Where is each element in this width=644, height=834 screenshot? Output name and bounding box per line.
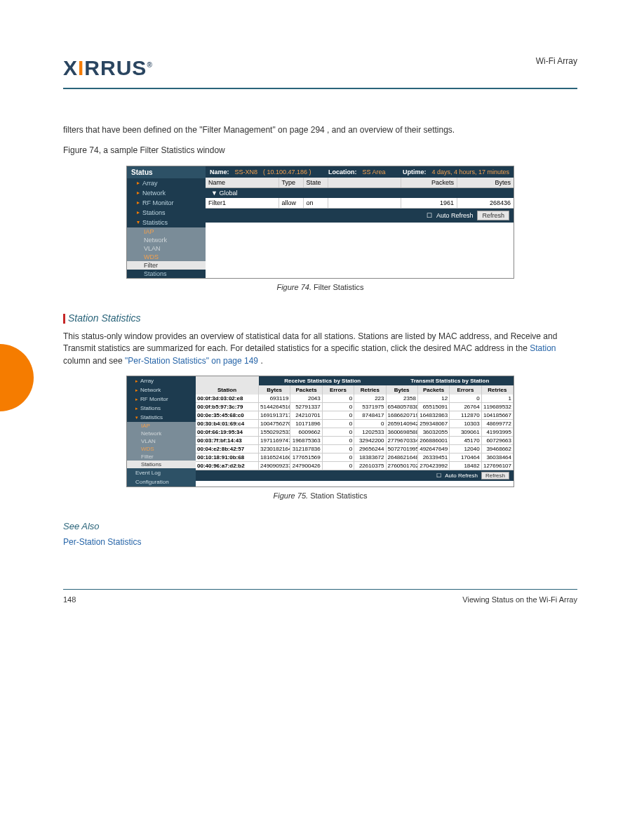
per-station-stats-link[interactable]: "Per-Station Statistics" on page 149 bbox=[125, 356, 258, 366]
sidebar: Status ▸Array ▸Network ▸RF Monitor ▸Stat… bbox=[127, 166, 206, 278]
sidebar-sub-wds[interactable]: WDS bbox=[127, 253, 206, 261]
cell: 48699772 bbox=[482, 420, 514, 428]
cell: 32942200 bbox=[354, 437, 386, 445]
cell-spacer bbox=[328, 198, 402, 208]
cell: 104185667 bbox=[482, 411, 514, 420]
location-label: Location: bbox=[328, 168, 357, 176]
uptime-value: 4 days, 4 hours, 17 minutes bbox=[431, 168, 509, 176]
chevron-icon: ▸ bbox=[135, 397, 138, 402]
group-global[interactable]: ▼ Global bbox=[206, 188, 514, 198]
station-mac-link[interactable]: 00:0f:3d:03:02:e8 bbox=[196, 395, 259, 403]
cell-state: on bbox=[304, 198, 328, 208]
cell: 36038464 bbox=[482, 454, 514, 462]
cell: 164832863 bbox=[418, 411, 450, 420]
logo-rest: RRUS bbox=[84, 56, 147, 79]
sidebar-sub-vlan[interactable]: VLAN bbox=[127, 437, 196, 445]
table-group-header: Receive Statistics by Station Transmit S… bbox=[196, 376, 514, 385]
sidebar: ▸Array ▸Network ▸RF Monitor ▸Stations ▾S… bbox=[127, 376, 196, 486]
sidebar-item-stations[interactable]: ▸Stations bbox=[127, 208, 206, 218]
cell: 197116974748 bbox=[259, 437, 290, 445]
logo: XIRRUS® bbox=[63, 56, 153, 79]
chevron-icon: ▸ bbox=[137, 190, 140, 196]
sidebar-sub-network[interactable]: Network bbox=[127, 236, 206, 244]
cell: 10171896 bbox=[290, 420, 322, 428]
sidebar-item-statistics[interactable]: ▾Statistics bbox=[127, 413, 196, 422]
cell: 36006985880 bbox=[387, 428, 418, 437]
station-statistics-heading: Station Statistics bbox=[63, 312, 577, 324]
sidebar-item-array[interactable]: ▸Array bbox=[127, 376, 196, 385]
station-mac-link[interactable]: 00:30:b4:01:69:c4 bbox=[196, 420, 259, 428]
cell: 270423992 bbox=[418, 462, 450, 470]
sidebar-sub-network[interactable]: Network bbox=[127, 430, 196, 437]
cell: 10303 bbox=[450, 420, 481, 428]
cell: 0 bbox=[323, 420, 354, 428]
auto-refresh-label: Auto Refresh bbox=[436, 212, 474, 219]
sidebar-item-network[interactable]: ▸Network bbox=[127, 188, 206, 198]
station-column-link[interactable]: Station bbox=[530, 343, 556, 353]
checkbox-icon[interactable]: ☐ bbox=[427, 212, 432, 219]
sidebar-sub-stations[interactable]: Stations bbox=[127, 270, 206, 278]
sidebar-item-configuration[interactable]: Configuration bbox=[127, 477, 196, 486]
auto-refresh-label: Auto Refresh bbox=[445, 472, 478, 479]
cell: 312187836 bbox=[290, 445, 322, 454]
col-name: Name bbox=[206, 178, 279, 187]
sidebar-sub-filter[interactable]: Filter bbox=[127, 261, 206, 270]
sidebar-item-eventlog[interactable]: Event Log bbox=[127, 468, 196, 477]
sidebar-sub-stations[interactable]: Stations bbox=[127, 461, 196, 468]
cell: 196875363 bbox=[290, 437, 322, 445]
cell: 45170 bbox=[450, 437, 481, 445]
figure-74-caption: Figure 74. Filter Statistics bbox=[63, 283, 577, 291]
checkbox-icon[interactable]: ☐ bbox=[436, 472, 441, 479]
cell: 22610375 bbox=[354, 462, 386, 470]
table-row: 00:10:18:91:0b:6818165241604217765156901… bbox=[196, 454, 514, 462]
col-bytes: Bytes bbox=[457, 178, 514, 187]
figure-75-caption: Figure 75. Station Statistics bbox=[63, 491, 577, 500]
bottom-bar: ☐ Auto Refresh Refresh bbox=[206, 208, 514, 223]
bottom-bar: ☐ Auto Refresh Refresh bbox=[196, 470, 514, 481]
sidebar-item-rfmonitor[interactable]: ▸RF Monitor bbox=[127, 198, 206, 208]
station-mac-link[interactable]: 00:10:18:91:0b:68 bbox=[196, 454, 259, 462]
book-title: Wi-Fi Array bbox=[536, 56, 577, 66]
group-transmit: Transmit Statistics by Station bbox=[387, 376, 514, 385]
cell: 0 bbox=[450, 395, 481, 403]
sidebar-item-stations[interactable]: ▸Stations bbox=[127, 404, 196, 413]
cell: 170464 bbox=[450, 454, 481, 462]
refresh-button[interactable]: Refresh bbox=[481, 472, 509, 479]
sidebar-sub-wds[interactable]: WDS bbox=[127, 445, 196, 453]
cell: 1202533 bbox=[354, 428, 386, 437]
cell: 127696107 bbox=[482, 462, 514, 470]
cell-name: Filter1 bbox=[206, 198, 279, 208]
table-row: 00:30:b4:01:69:c410047562701017189600265… bbox=[196, 420, 514, 428]
header-rule bbox=[63, 88, 577, 89]
station-mac-link[interactable]: 00:0f:b5:97:3c:79 bbox=[196, 403, 259, 411]
col-tx-retries: Retries bbox=[482, 385, 514, 395]
station-mac-link[interactable]: 00:04:e2:8b:42:57 bbox=[196, 445, 259, 454]
cell: 39468662 bbox=[482, 445, 514, 454]
col-tx-bytes: Bytes bbox=[387, 385, 418, 395]
cell: 51442645163 bbox=[259, 403, 290, 411]
cell: 2358 bbox=[387, 395, 418, 403]
cell: 26339451 bbox=[418, 454, 450, 462]
sidebar-item-network[interactable]: ▸Network bbox=[127, 385, 196, 395]
sidebar-sub-filter[interactable]: Filter bbox=[127, 453, 196, 461]
sidebar-sub-iap[interactable]: IAP bbox=[127, 227, 206, 236]
sidebar-item-array[interactable]: ▸Array bbox=[127, 178, 206, 188]
chevron-icon: ▸ bbox=[135, 406, 138, 411]
refresh-button[interactable]: Refresh bbox=[477, 211, 509, 220]
main-panel: Name: SS-XN8 ( 10.100.47.186 ) Location:… bbox=[206, 166, 514, 278]
see-also-link[interactable]: Per-Station Statistics bbox=[63, 537, 577, 547]
sidebar-sub-vlan[interactable]: VLAN bbox=[127, 244, 206, 253]
station-mac-link[interactable]: 00:03:7f:bf:14:43 bbox=[196, 437, 259, 445]
station-mac-link[interactable]: 00:0e:35:45:68:c0 bbox=[196, 411, 259, 420]
sidebar-sub-iap[interactable]: IAP bbox=[127, 422, 196, 430]
cell: 36032055 bbox=[418, 428, 450, 437]
intro-paragraph: filters that have been defined on the "F… bbox=[63, 124, 577, 136]
station-mac-link[interactable]: 00:0f:66:19:95:34 bbox=[196, 428, 259, 437]
chevron-icon: ▸ bbox=[135, 388, 138, 393]
cell: 5371975 bbox=[354, 403, 386, 411]
cell: 259348067 bbox=[418, 420, 450, 428]
cell: 26764 bbox=[450, 403, 481, 411]
sidebar-item-statistics[interactable]: ▾Statistics bbox=[127, 218, 206, 227]
station-mac-link[interactable]: 00:40:96:a7:d2:b2 bbox=[196, 462, 259, 470]
sidebar-item-rfmonitor[interactable]: ▸RF Monitor bbox=[127, 395, 196, 404]
